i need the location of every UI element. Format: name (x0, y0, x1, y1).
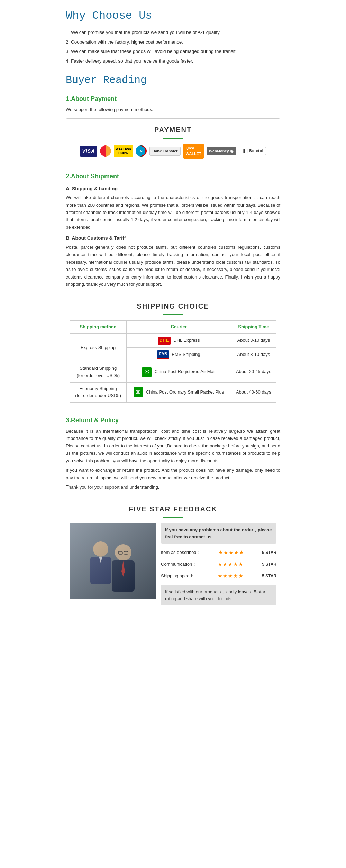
mastercard-badge (100, 145, 111, 157)
feedback-callout: if you have any problems about the order… (161, 523, 276, 544)
feedback-image (70, 523, 156, 599)
shipping-table: Shipping method Courier Shipping Time Ex… (70, 320, 276, 403)
economy-time: About 40-60 days (231, 382, 276, 403)
visa-badge: VISA (80, 146, 98, 156)
feedback-footer: If satisfied with our products，kindly le… (161, 585, 276, 605)
payment-heading: 1.About Payment (66, 94, 280, 104)
refund-text-2: If you want to exchange or return the pr… (66, 466, 280, 481)
standard-courier-cell: ✉ China Post Registered Air Mail (127, 362, 231, 382)
refund-text-1: Because it is an international transport… (66, 427, 280, 464)
economy-shipping-label: Economy Shipping(for order under USD5) (70, 382, 127, 403)
webmoney-badge: WebMoney ◉ (207, 147, 236, 156)
shipment-heading: 2.About Shipment (66, 171, 280, 181)
why-item-4: Faster delivery speed, so that you recei… (66, 57, 280, 65)
feedback-stars-item: ★★★★★ (218, 548, 244, 557)
refund-heading: 3.Refund & Policy (66, 415, 280, 425)
col-courier: Courier (127, 321, 231, 334)
table-row-express-dhl: Express Shipping DHL DHL Express About 3… (70, 334, 276, 348)
chinapost-logo-standard: ✉ (142, 367, 152, 377)
feedback-divider (163, 517, 183, 518)
payment-divider (163, 138, 183, 139)
feedback-row-ship: Shipping speed: ★★★★★ 5 STAR (161, 572, 276, 580)
express-dhl-time: About 3-10 days (231, 334, 276, 348)
standard-courier-name: China Post Registered Air Mail (154, 368, 215, 376)
why-item-2: Cooperation with the factory, higher cos… (66, 38, 280, 46)
feedback-count-comm: 5 STAR (262, 561, 276, 568)
payment-methods: VISA WESTERNUNION M Bank Transfer QIWIWA… (70, 144, 276, 159)
why-list: We can promise you that the products we … (66, 29, 280, 65)
shipping-text-a: We will take different channels accordin… (66, 194, 280, 231)
col-method: Shipping method (70, 321, 127, 334)
col-time: Shipping Time (231, 321, 276, 334)
shipping-box-title: SHIPPING CHOICE (70, 301, 276, 312)
svg-rect-11 (70, 523, 156, 599)
refund-text-3: Thank you for your support and understan… (66, 483, 280, 491)
payment-box: PAYMENT VISA WESTERNUNION M Bank Transfe… (66, 118, 280, 164)
shipping-divider (163, 314, 183, 315)
feedback-stars-ship: ★★★★★ (218, 572, 244, 580)
standard-time: About 20-45 days (231, 362, 276, 382)
table-row-economy: Economy Shipping(for order under USD5) ✉… (70, 382, 276, 403)
customs-text-b: Postal parcel generally does not produce… (66, 244, 280, 288)
shipping-box: SHIPPING CHOICE Shipping method Courier … (66, 295, 280, 408)
standard-shipping-label: Standard Shipping(for order over USD5) (70, 362, 127, 382)
buyer-reading-title: Buyer Reading (66, 72, 280, 88)
feedback-stars-comm: ★★★★★ (218, 560, 244, 568)
economy-courier-name: China Post Ordinary Small Packet Plus (146, 389, 224, 396)
table-row-standard: Standard Shipping(for order over USD5) ✉… (70, 362, 276, 382)
feedback-row-comm: Communication： ★★★★★ 5 STAR (161, 560, 276, 568)
feedback-box-title: FIVE STAR FEEDBACK (70, 503, 276, 515)
feedback-count-ship: 5 STAR (262, 573, 276, 579)
payment-intro: We support the following payment methods… (66, 106, 280, 113)
feedback-label-comm: Communication： (161, 561, 199, 568)
why-choose-us-title: Why Choose Us (66, 7, 280, 25)
payment-box-title: PAYMENT (70, 124, 276, 135)
express-ems-time: About 3-10 days (231, 348, 276, 362)
bank-transfer-badge: Bank Transfer (149, 147, 180, 156)
maestro-badge: M (136, 145, 147, 157)
boletol-badge: ||||| Boletol (239, 147, 266, 155)
western-union-badge: WESTERNUNION (114, 145, 133, 157)
economy-courier-cell: ✉ China Post Ordinary Small Packet Plus (127, 382, 231, 403)
table-header-row: Shipping method Courier Shipping Time (70, 321, 276, 334)
why-item-3: We can make sure that these goods will a… (66, 48, 280, 55)
dhl-courier-cell: DHL DHL Express (127, 334, 231, 348)
ems-courier-cell: EMS EMS Shipping (127, 348, 231, 362)
feedback-row-item: Item as described： ★★★★★ 5 STAR (161, 548, 276, 557)
why-item-1: We can promise you that the products we … (66, 29, 280, 36)
qiwi-badge: QIWIWALLET (183, 144, 204, 159)
dhl-name: DHL Express (173, 337, 200, 344)
feedback-label-ship: Shipping speed: (161, 573, 199, 580)
express-shipping-label: Express Shipping (70, 334, 127, 362)
ems-logo: EMS (157, 350, 169, 359)
feedback-content: if you have any problems about the order… (70, 523, 276, 605)
customs-sub-b: B. About Customs & Tariff (66, 234, 280, 242)
feedback-box: FIVE STAR FEEDBACK (66, 498, 280, 611)
shipping-sub-a: A. Shipping & handing (66, 185, 280, 192)
chinapost-logo-economy: ✉ (134, 387, 143, 397)
dhl-logo: DHL (158, 337, 171, 345)
feedback-count-item: 5 STAR (262, 549, 276, 556)
feedback-label-item: Item as described： (161, 549, 201, 556)
feedback-right: if you have any problems about the order… (161, 523, 276, 605)
ems-name: EMS Shipping (172, 351, 200, 358)
